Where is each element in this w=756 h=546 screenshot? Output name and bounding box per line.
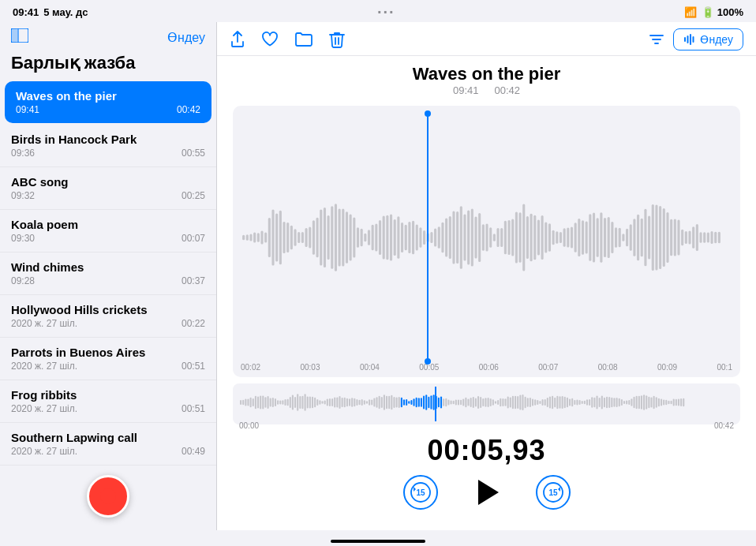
svg-rect-283 [593,398,595,407]
svg-rect-269 [559,396,560,409]
svg-rect-93 [548,223,551,251]
svg-rect-294 [621,399,623,406]
svg-rect-136 [707,232,709,242]
svg-rect-244 [497,400,499,405]
sidebar-toggle-button[interactable] [11,28,28,47]
recording-item[interactable]: Southern Lapwing call 2020 ж. 27 шіл. 00… [0,423,216,466]
recording-time: 09:30 [11,233,35,244]
status-right: 📶 🔋 100% [684,6,743,18]
svg-rect-311 [663,399,664,405]
playhead-dot-bottom [425,358,431,365]
timeline-label: 00:09 [657,363,677,372]
play-button[interactable] [470,475,504,510]
svg-rect-33 [327,215,330,260]
sidebar-edit-button[interactable]: Өндеу [167,30,205,45]
recording-item[interactable]: Parrots in Buenos Aires 2020 ж. 27 шіл. … [0,338,216,380]
svg-rect-75 [482,224,485,250]
svg-rect-52 [397,216,399,258]
svg-rect-237 [480,397,481,408]
recording-item[interactable]: ABC song 09:32 00:25 [0,167,216,210]
svg-rect-280 [586,399,588,406]
svg-rect-239 [485,398,486,407]
svg-rect-259 [534,399,536,405]
svg-rect-76 [485,223,488,251]
svg-rect-211 [416,398,417,407]
rewind-button[interactable]: 15 [403,475,438,510]
main-waveform-container[interactable]: 00:0200:0300:0400:0500:0600:0700:0800:09… [233,106,740,377]
recording-item[interactable]: Waves on the pier 09:41 00:42 [5,81,211,123]
record-button[interactable] [87,475,129,518]
forward-button[interactable]: 15 [536,475,571,510]
recording-item-header: Birds in Hancock Park [11,133,205,146]
svg-rect-193 [371,400,372,406]
svg-rect-263 [545,399,546,406]
recording-item-header: Parrots in Buenos Aires [11,346,205,359]
svg-rect-318 [680,398,682,406]
recording-item-header: Southern Lapwing call [11,431,205,444]
svg-rect-222 [443,398,444,406]
svg-rect-15 [260,231,263,245]
svg-rect-127 [674,219,676,256]
svg-rect-224 [447,399,449,405]
svg-rect-53 [401,223,403,252]
recording-item[interactable]: Hollywood Hills crickets 2020 ж. 27 шіл.… [0,295,216,338]
recording-duration: 00:51 [182,403,205,414]
svg-rect-221 [440,396,442,408]
recording-item[interactable]: Koala poem 09:30 00:07 [0,210,216,252]
recording-item[interactable]: Birds in Hancock Park 09:36 00:55 [0,125,216,167]
svg-rect-235 [475,398,477,406]
svg-rect-310 [661,398,662,406]
svg-rect-246 [502,398,503,406]
svg-rect-144 [250,398,252,407]
recording-duration: 00:42 [177,104,200,115]
svg-rect-230 [462,399,464,406]
svg-rect-44 [368,230,370,245]
mini-playhead [435,387,436,421]
svg-rect-181 [342,398,343,407]
favorite-button[interactable] [261,32,279,47]
mini-timeline: 00:0000:42 [239,421,734,430]
svg-rect-86 [522,204,525,271]
recording-duration: 00:37 [182,275,205,286]
svg-rect-271 [564,397,566,409]
recording-duration: 00:49 [182,446,205,457]
delete-button[interactable] [329,31,345,48]
timeline-label: 00:04 [360,363,380,372]
svg-rect-160 [290,397,291,408]
svg-rect-187 [356,399,357,406]
svg-rect-14 [257,233,260,242]
svg-rect-35 [335,204,337,271]
waveform-main[interactable] [241,114,732,361]
detail-edit-button[interactable]: Өндеу [673,28,743,50]
svg-rect-150 [264,397,266,408]
folder-button[interactable] [294,32,313,47]
svg-rect-176 [329,398,331,406]
svg-rect-18 [271,209,274,265]
recording-item-header: Frog ribbits [11,388,205,402]
mini-waveform-container[interactable]: 00:0000:42 [233,383,740,424]
svg-rect-65 [445,218,447,256]
svg-rect-301 [638,396,640,409]
svg-rect-151 [268,396,269,409]
svg-rect-209 [410,400,412,405]
svg-rect-288 [606,397,608,409]
recording-item[interactable]: Wind chimes 09:28 00:37 [0,252,216,295]
svg-rect-45 [372,225,374,250]
svg-rect-138 [714,232,717,244]
svg-rect-64 [441,223,443,252]
svg-rect-228 [458,399,459,405]
svg-rect-254 [522,395,523,410]
filter-button[interactable] [648,32,665,47]
recording-item[interactable]: Frog ribbits 2020 ж. 27 шіл. 00:51 [0,380,216,423]
svg-rect-83 [511,219,514,256]
svg-rect-19 [275,214,278,262]
svg-rect-170 [314,398,316,408]
timeline-label: 00:08 [598,363,618,372]
recording-item-header: Wind chimes [11,260,205,274]
svg-rect-97 [563,228,566,246]
svg-rect-173 [322,401,324,403]
share-button[interactable] [230,31,245,48]
svg-rect-98 [567,227,569,247]
svg-rect-172 [319,400,320,405]
svg-rect-51 [394,219,396,256]
